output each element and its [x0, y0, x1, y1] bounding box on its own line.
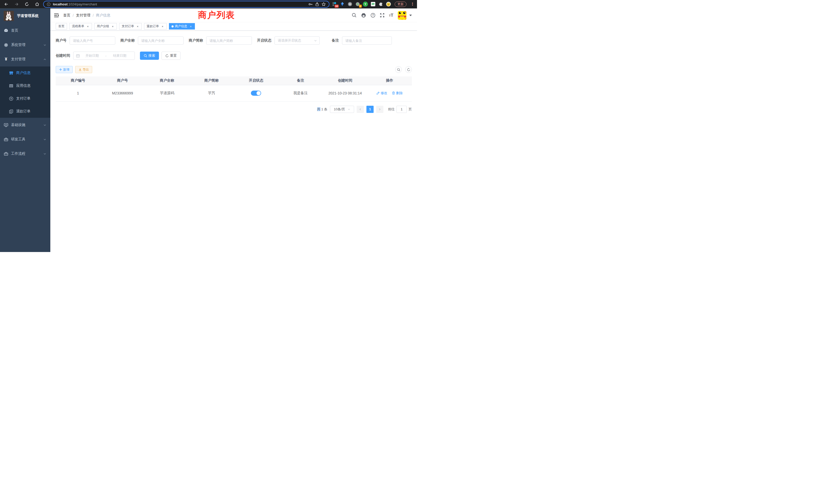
tab-refund-order[interactable]: 退款订单× [144, 23, 167, 29]
page-number-1[interactable]: 1 [367, 106, 374, 113]
extension-badge: 10 [334, 5, 339, 8]
reset-button[interactable]: 重置 [161, 51, 180, 60]
sidebar-item-merchant-info[interactable]: 商户信息 [0, 66, 50, 79]
sidebar-item-home[interactable]: 首页 [0, 23, 50, 38]
tab-merchant-info[interactable]: 商户信息× [169, 23, 195, 29]
add-button-label: 新增 [63, 68, 69, 72]
tab-label: 支付订单 [122, 24, 134, 28]
browser-update-button[interactable]: 更新 [395, 2, 407, 7]
extension-command-icon[interactable]: ⌘ [347, 2, 353, 7]
toolbox-icon [4, 137, 8, 142]
sidebar-collapse-button[interactable] [54, 13, 59, 18]
cell-remark: 我是备注 [278, 85, 323, 101]
col-full-name: 商户全称 [145, 76, 189, 85]
sidebar-item-pay[interactable]: ¥ 支付管理 [0, 52, 50, 66]
pagination-goto: 前往 页 [388, 106, 412, 113]
sidebar-item-app-info[interactable]: 应用信息 [0, 79, 50, 92]
tab-close-icon[interactable]: × [111, 25, 114, 28]
fullscreen-button[interactable] [380, 13, 385, 18]
tab-close-icon[interactable]: × [189, 25, 192, 28]
refresh-table-button[interactable] [405, 66, 412, 73]
browser-forward-button[interactable] [11, 1, 22, 7]
sidebar-item-devtools[interactable]: 研发工具 [0, 132, 50, 146]
create-time-range-picker[interactable]: 开始日期 - 结束日期 [73, 51, 135, 60]
tab-user-group[interactable]: 用户分组× [94, 23, 117, 29]
prev-page-button[interactable] [357, 106, 364, 113]
breadcrumb-separator: / [93, 13, 94, 18]
avatar-caret-icon[interactable] [409, 15, 412, 16]
cell-short-name: 芋艿 [189, 85, 234, 101]
tab-process-form[interactable]: 流程表单× [69, 23, 92, 29]
next-page-button[interactable] [376, 106, 383, 113]
browser-home-button[interactable] [32, 1, 42, 7]
merchant-no-input[interactable] [70, 37, 115, 45]
breadcrumb-pay[interactable]: 支付管理 [76, 13, 90, 18]
pagination: 共 1 条 10条/页 1 前往 页 [56, 106, 412, 113]
url-text[interactable]: localhost:1024/pay/merchant [53, 2, 97, 6]
date-range-separator: - [104, 54, 107, 58]
breadcrumb-home[interactable]: 首页 [63, 13, 70, 18]
extension-chat-icon[interactable] [371, 2, 376, 7]
browser-reload-button[interactable] [22, 1, 32, 7]
dashboard-icon [4, 28, 8, 33]
fullscreen-icon [380, 13, 385, 18]
share-icon[interactable] [315, 2, 319, 6]
tab-close-icon[interactable]: × [161, 25, 164, 28]
total-unit: 条 [324, 107, 327, 111]
show-search-toggle-button[interactable] [395, 66, 402, 73]
help-doc-button[interactable]: ? [371, 13, 375, 18]
sidebar-item-system[interactable]: 系统管理 [0, 38, 50, 52]
bookmark-star-icon[interactable] [322, 2, 326, 6]
field-label: 商户号 [56, 38, 66, 43]
extension-kite-icon[interactable] [340, 2, 345, 7]
password-key-icon[interactable] [308, 2, 313, 6]
sidebar-item-label: 工作流程 [11, 152, 43, 156]
search-button[interactable]: 搜索 [140, 51, 159, 60]
extension-tabs-icon[interactable]: 10 [332, 2, 337, 7]
delete-link[interactable]: 删除 [392, 91, 403, 95]
site-info-icon[interactable] [47, 2, 50, 6]
merchant-short-name-input[interactable] [206, 37, 252, 45]
add-button[interactable]: 新增 [56, 66, 73, 73]
reload-icon [25, 2, 29, 6]
goto-page-input[interactable] [396, 106, 407, 113]
remark-input[interactable] [342, 37, 392, 45]
browser-profile-avatar[interactable] [386, 2, 391, 7]
github-link-button[interactable] [361, 13, 366, 18]
tab-pay-order[interactable]: 支付订单× [119, 23, 142, 29]
sidebar-item-label: 系统管理 [11, 43, 43, 47]
total-prefix: 共 [317, 107, 321, 111]
edit-link[interactable]: 修改 [376, 91, 387, 95]
hamburger-indent-icon [54, 13, 59, 18]
plus-icon [59, 68, 62, 71]
tab-home[interactable]: 首页 [56, 23, 67, 29]
filter-merchant-full-name: 商户全称 [120, 37, 183, 45]
tab-close-icon[interactable]: × [136, 25, 139, 28]
merchant-full-name-input[interactable] [138, 37, 183, 45]
tab-close-icon[interactable]: × [86, 25, 89, 28]
sidebar-item-pay-order[interactable]: 支付订单 [0, 92, 50, 105]
sidebar-item-infra[interactable]: 基础设施 [0, 118, 50, 132]
sidebar-item-refund-order[interactable]: 退款订单 [0, 105, 50, 118]
font-size-button[interactable]: TT [389, 13, 393, 18]
download-icon [79, 68, 82, 71]
header-search-button[interactable] [352, 13, 357, 18]
user-avatar[interactable] [398, 11, 407, 20]
sidebar-item-label: 研发工具 [11, 137, 43, 142]
extension-yudao-icon[interactable]: Y [363, 2, 368, 7]
status-toggle[interactable] [251, 91, 261, 96]
status-select[interactable]: 请选择开启状态 [275, 37, 320, 45]
browser-menu-button[interactable]: ⋮ [411, 2, 414, 6]
refresh-icon [166, 54, 169, 58]
page-size-select[interactable]: 10条/页 [330, 106, 354, 113]
browser-back-button[interactable] [1, 1, 11, 7]
app-logo-rabbit [4, 11, 14, 21]
sidebar-item-workflow[interactable]: 工作流程 [0, 146, 50, 161]
extension-session-icon[interactable]: 1 [355, 2, 360, 7]
sidebar-logo-row[interactable]: 芋道管理系统 [0, 8, 50, 23]
export-button[interactable]: 导出 [75, 66, 92, 73]
filter-row-2: 创建时间 开始日期 - 结束日期 搜索 重置 [56, 51, 412, 60]
extensions-puzzle-button[interactable] [378, 2, 383, 7]
address-bar[interactable]: localhost:1024/pay/merchant [43, 1, 329, 8]
cell-status [234, 85, 278, 101]
